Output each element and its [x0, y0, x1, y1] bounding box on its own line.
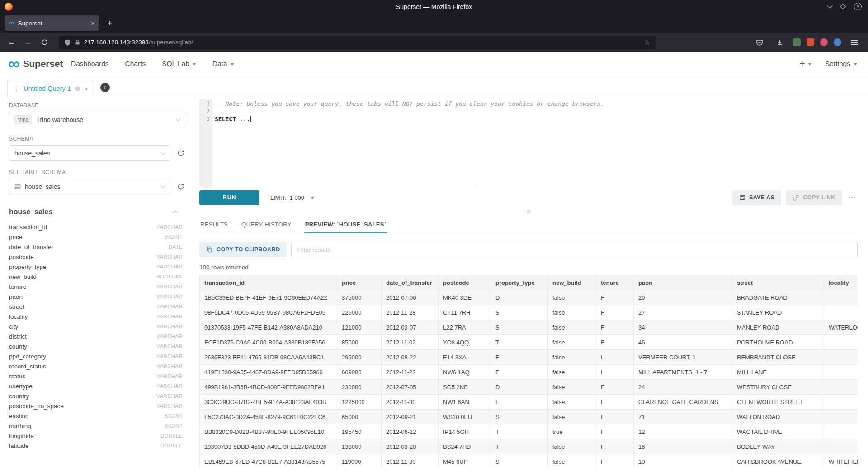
- schema-column-postcode-no-space[interactable]: postcode_no_spaceVARCHAR: [9, 401, 185, 411]
- superset-logo[interactable]: ∞ Superset: [8, 57, 63, 71]
- header-right: + Settings: [800, 59, 860, 69]
- save-as-button[interactable]: SAVE AS: [732, 190, 781, 205]
- filter-results-input[interactable]: [291, 242, 858, 257]
- add-query-tab-button[interactable]: +: [100, 83, 110, 92]
- menu-icon[interactable]: [847, 36, 862, 49]
- table-row[interactable]: 3C3C29DC-B7B2-4BE5-914A-A38123AF403B1225…: [200, 395, 858, 410]
- schema-column-latitude[interactable]: latitudeDOUBLE: [9, 441, 185, 451]
- column-header-property-type[interactable]: property_type: [491, 275, 548, 290]
- window-close-icon[interactable]: ×: [854, 3, 862, 10]
- add-new-button[interactable]: +: [800, 59, 811, 69]
- table-row[interactable]: 193907D3-5DBD-453D-A49E-9FEE27DAB9261380…: [200, 439, 858, 454]
- table-cell: [824, 305, 858, 320]
- schema-column-new-build[interactable]: new_buildBOOLEAN: [9, 272, 185, 282]
- copy-link-button[interactable]: COPY LINK: [786, 190, 842, 205]
- table-cell: 46: [634, 335, 732, 350]
- tab-close-icon[interactable]: ×: [91, 20, 95, 27]
- schema-column-country[interactable]: countryVARCHAR: [9, 391, 185, 401]
- nav-item-sql-lab[interactable]: SQL Lab: [162, 60, 196, 68]
- tab-preview-house-sales[interactable]: PREVIEW: `HOUSE_SALES`: [304, 217, 387, 233]
- close-query-tab-icon[interactable]: ×: [84, 85, 88, 92]
- window-maximize-icon[interactable]: [840, 4, 846, 9]
- table-row[interactable]: 419E1030-9A55-4467-8DA9-9FED95D659666090…: [200, 365, 858, 380]
- copy-to-clipboard-label: COPY TO CLIPBOARD: [217, 246, 280, 253]
- schema-column-county[interactable]: countyVARCHAR: [9, 341, 185, 351]
- more-options-button[interactable]: ...: [847, 192, 858, 203]
- database-select[interactable]: trino Trino warehouse: [9, 112, 185, 127]
- nav-item-charts[interactable]: Charts: [125, 60, 146, 68]
- column-header-paon[interactable]: paon: [634, 275, 732, 290]
- column-header-postcode[interactable]: postcode: [439, 275, 491, 290]
- table-row[interactable]: 1B5C39ED-BE7F-41EF-9E71-9C60EED74A223750…: [200, 290, 858, 305]
- query-tab-active[interactable]: ⋮ Untitled Query 1 ×: [7, 80, 94, 97]
- schema-column-date-of-transfer[interactable]: date_of_transferDATE: [9, 242, 185, 252]
- table-row[interactable]: 91370533-19F5-47FE-B142-A380A8ADA2101210…: [200, 320, 858, 335]
- schema-column-transaction-id[interactable]: transaction_idVARCHAR: [9, 222, 185, 232]
- schema-column-postcode[interactable]: postcodeVARCHAR: [9, 252, 185, 262]
- table-row[interactable]: 499B1981-3B6B-4BCD-808F-9FED9802BFA12300…: [200, 380, 858, 395]
- extension-icon[interactable]: [793, 38, 801, 46]
- tab-query-history[interactable]: QUERY HISTORY: [241, 217, 292, 233]
- new-tab-button[interactable]: +: [103, 16, 117, 30]
- column-header-new-build[interactable]: new_build: [548, 275, 596, 290]
- downloads-icon[interactable]: [773, 36, 787, 49]
- extension-icon[interactable]: [807, 38, 814, 46]
- column-header-tenure[interactable]: tenure: [596, 275, 634, 290]
- table-row[interactable]: 98F5DC47-0D05-4D59-95B7-98CA6F1FDE052250…: [200, 305, 858, 320]
- column-header-date-of-transfer[interactable]: date_of_transfer: [382, 275, 439, 290]
- table-row[interactable]: 2636F323-FF41-4765-81DB-98CAA6A43BC12990…: [200, 350, 858, 365]
- schema-column-northing[interactable]: northingBIGINT: [9, 421, 185, 431]
- pane-resize-handle[interactable]: ≡: [199, 207, 858, 217]
- schema-column-paon[interactable]: paonVARCHAR: [9, 292, 185, 301]
- copy-to-clipboard-button[interactable]: COPY TO CLIPBOARD: [199, 242, 287, 257]
- schema-column-record-status[interactable]: record_statusVARCHAR: [9, 361, 185, 371]
- schema-column-usertype[interactable]: usertypeVARCHAR: [9, 381, 185, 391]
- schema-column-district[interactable]: districtVARCHAR: [9, 331, 185, 341]
- schema-column-status[interactable]: statusVARCHAR: [9, 371, 185, 381]
- results-grid[interactable]: transaction_idpricedate_of_transferpostc…: [199, 275, 858, 467]
- limit-control[interactable]: LIMIT: 1 000: [270, 194, 314, 201]
- schema-column-price[interactable]: priceBIGINT: [9, 232, 185, 242]
- forward-button[interactable]: →: [21, 36, 35, 49]
- bookmark-star-icon[interactable]: ☆: [644, 38, 650, 47]
- schema-column-property-type[interactable]: property_typeVARCHAR: [9, 262, 185, 272]
- table-name-heading[interactable]: house_sales: [9, 208, 52, 216]
- reload-button[interactable]: [37, 36, 52, 49]
- run-button[interactable]: RUN: [199, 190, 259, 205]
- schema-column-city[interactable]: cityVARCHAR: [9, 321, 185, 331]
- browser-tab-superset[interactable]: ∞ Superset ×: [5, 15, 99, 31]
- extension-icon[interactable]: [820, 38, 828, 46]
- schema-column-street[interactable]: streetVARCHAR: [9, 301, 185, 311]
- column-header-price[interactable]: price: [337, 275, 382, 290]
- sql-editor[interactable]: 123 -- Note: Unless you save your query,…: [199, 99, 858, 188]
- table-row[interactable]: ECE1D376-C9A6-4C00-B004-A380B189FA568500…: [200, 335, 858, 350]
- settings-menu[interactable]: Settings: [825, 60, 857, 68]
- schema-column-locality[interactable]: localityVARCHAR: [9, 311, 185, 321]
- editor-code[interactable]: -- Note: Unless you save your query, the…: [212, 99, 858, 188]
- pocket-icon[interactable]: [752, 36, 767, 49]
- tab-results[interactable]: RESULTS: [199, 217, 229, 233]
- schema-column-ppd-category[interactable]: ppd_categoryVARCHAR: [9, 351, 185, 361]
- collapse-chevron-up-icon[interactable]: [172, 210, 178, 216]
- table-row[interactable]: F5C273AC-0D2A-458F-8279-9C61F0C22EC66500…: [200, 410, 858, 424]
- back-button[interactable]: ←: [5, 36, 19, 49]
- schema-column-tenure[interactable]: tenureVARCHAR: [9, 282, 185, 292]
- refresh-table-button[interactable]: [176, 182, 185, 191]
- table-row[interactable]: EB1459EB-67ED-47C8-B2E7-A38143AB55751190…: [200, 454, 858, 468]
- drag-grip-icon[interactable]: ⋮: [13, 85, 19, 92]
- url-bar[interactable]: 217.160.120.143:32393/superset/sqllab/ ☆: [59, 36, 656, 49]
- column-header-transaction-id[interactable]: transaction_id: [200, 275, 337, 290]
- refresh-schema-button[interactable]: [176, 149, 185, 158]
- extension-icon[interactable]: [834, 38, 841, 46]
- window-minimize-icon[interactable]: [827, 3, 833, 9]
- table-select[interactable]: house_sales: [9, 179, 170, 194]
- column-header-locality[interactable]: locality: [824, 275, 858, 290]
- schema-select[interactable]: house_sales: [9, 145, 170, 161]
- table-cell: [824, 365, 858, 380]
- table-row[interactable]: BB8320C9-D82B-4B37-90E0-9FEE05095E101954…: [200, 424, 858, 439]
- nav-item-data[interactable]: Data: [212, 60, 234, 68]
- column-header-street[interactable]: street: [732, 275, 824, 290]
- nav-item-dashboards[interactable]: Dashboards: [71, 60, 109, 68]
- schema-column-easting[interactable]: eastingBIGINT: [9, 411, 185, 421]
- schema-column-longitude[interactable]: longitudeDOUBLE: [9, 431, 185, 441]
